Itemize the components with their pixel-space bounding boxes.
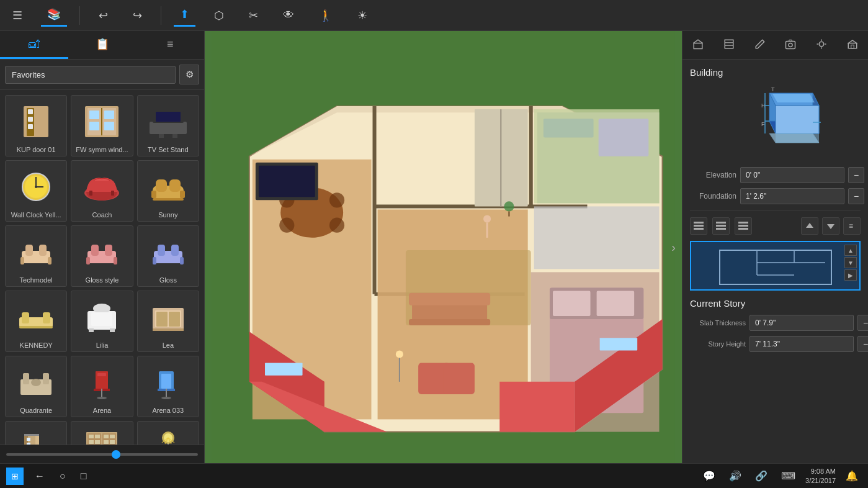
thumb-right-arrow[interactable]: ▶: [844, 269, 857, 281]
taskbar-keyboard-icon[interactable]: ⌨: [777, 468, 799, 484]
slab-decrease-button[interactable]: −: [857, 315, 868, 331]
select-icon[interactable]: ⬆: [174, 4, 195, 27]
list-item[interactable]: TV Set Stand: [137, 95, 199, 156]
sun-icon[interactable]: ☀: [351, 5, 374, 26]
svg-rect-2: [28, 109, 33, 114]
right-icon-camera[interactable]: [775, 31, 806, 59]
svg-point-122: [329, 192, 344, 207]
list-item[interactable]: Gloss style: [71, 225, 133, 287]
list-item[interactable]: Coach: [71, 160, 133, 222]
tab-furniture[interactable]: 🛋: [0, 31, 68, 59]
settings-gear-button[interactable]: ⚙: [179, 65, 199, 84]
svg-rect-62: [43, 373, 49, 384]
list-item[interactable]: bookshelf: [71, 421, 133, 445]
thumb-down-arrow[interactable]: ▼: [844, 257, 857, 268]
floor-thumb-arrows: ▲ ▼ ▶: [844, 245, 857, 281]
item-thumbnail: [143, 360, 193, 405]
svg-rect-88: [95, 440, 100, 444]
tab-templates[interactable]: 📋: [68, 31, 136, 59]
taskbar-volume-icon[interactable]: 🔊: [725, 468, 745, 484]
floor-down-icon[interactable]: [822, 217, 839, 235]
category-dropdown[interactable]: Favorites All Items Recent: [5, 66, 176, 84]
canvas-expand-arrow[interactable]: ›: [671, 240, 676, 255]
right-icon-building[interactable]: [682, 31, 714, 59]
svg-rect-138: [406, 250, 531, 325]
list-item[interactable]: Wall Clock Yell...: [5, 160, 67, 222]
taskbar-notifications-icon[interactable]: 🔔: [842, 468, 862, 484]
svg-rect-185: [716, 222, 726, 224]
svg-rect-61: [23, 373, 29, 384]
right-icon-exterior[interactable]: [837, 31, 868, 59]
item-label: FW symm wind...: [74, 146, 130, 153]
list-item[interactable]: Quadrante: [5, 356, 67, 417]
slab-thickness-input[interactable]: [749, 315, 854, 331]
svg-rect-83: [89, 435, 94, 438]
floor-add-icon[interactable]: ≡: [843, 217, 861, 235]
list-item[interactable]: KUP door 01: [5, 95, 67, 156]
walk-icon[interactable]: 🚶: [313, 5, 339, 26]
svg-point-67: [97, 397, 107, 399]
list-item[interactable]: chair: [5, 421, 67, 445]
svg-rect-47: [22, 312, 29, 323]
svg-rect-9: [104, 111, 114, 119]
svg-marker-181: [776, 133, 819, 143]
view-icon[interactable]: 👁: [277, 5, 300, 25]
list-item[interactable]: FW symm wind...: [71, 95, 133, 156]
floor-plan-thumbnail[interactable]: ▲ ▼ ▶: [690, 241, 861, 291]
svg-rect-189: [738, 225, 748, 227]
foundation-input[interactable]: [740, 188, 844, 204]
svg-rect-10: [89, 122, 99, 130]
taskbar-home-icon[interactable]: ○: [56, 469, 69, 484]
center-canvas[interactable]: ›: [205, 31, 682, 463]
story-height-label: Story Height: [690, 340, 746, 348]
mid-icon-1[interactable]: [690, 217, 707, 235]
svg-rect-28: [151, 191, 156, 198]
svg-rect-183: [694, 225, 704, 227]
list-item[interactable]: Gloss: [137, 225, 199, 287]
svg-text:T: T: [771, 86, 775, 93]
item-label: Coach: [74, 211, 130, 219]
list-item[interactable]: lamp: [137, 421, 199, 445]
elevation-input[interactable]: [740, 167, 844, 183]
mid-icon-2[interactable]: [712, 217, 730, 235]
svg-rect-190: [738, 228, 748, 230]
list-item[interactable]: Lea: [137, 291, 199, 352]
list-item[interactable]: Techmodel: [5, 225, 67, 287]
taskbar-multitask-icon[interactable]: □: [77, 469, 91, 484]
start-button[interactable]: ⊞: [6, 468, 24, 485]
item-label: Sunny: [140, 211, 196, 219]
item-thumbnail: [77, 99, 127, 144]
taskbar-back-icon[interactable]: ←: [31, 469, 48, 484]
menu-icon[interactable]: ☰: [6, 5, 29, 26]
right-icon-floor[interactable]: [714, 31, 745, 59]
thumb-up-arrow[interactable]: ▲: [844, 245, 857, 256]
floor-up-icon[interactable]: [801, 217, 818, 235]
height-decrease-button[interactable]: −: [857, 336, 868, 352]
svg-rect-37: [91, 245, 99, 256]
list-item[interactable]: Lilia: [71, 291, 133, 352]
slider-thumb[interactable]: [112, 450, 120, 459]
right-icon-sun[interactable]: [806, 31, 837, 59]
list-item[interactable]: Arena: [71, 356, 133, 417]
tab-list[interactable]: ≡: [136, 31, 204, 59]
redo-icon[interactable]: ↪: [127, 5, 148, 26]
library-icon[interactable]: 📚: [41, 4, 67, 27]
taskbar-chat-icon[interactable]: 💬: [699, 468, 719, 484]
story-height-row: Story Height − +: [690, 336, 861, 352]
list-item[interactable]: KENNEDY: [5, 291, 67, 352]
cut-icon[interactable]: ✂: [243, 5, 264, 26]
list-item[interactable]: Arena 033: [137, 356, 199, 417]
right-icon-edit[interactable]: [745, 31, 776, 59]
list-item[interactable]: Sunny: [137, 160, 199, 222]
item-thumbnail: [77, 230, 127, 274]
svg-point-72: [161, 397, 171, 399]
elevation-decrease-button[interactable]: −: [848, 167, 864, 183]
foundation-decrease-button[interactable]: −: [848, 188, 864, 204]
dropdown-bar: Favorites All Items Recent ⚙: [0, 60, 204, 90]
undo-icon[interactable]: ↩: [92, 5, 114, 26]
taskbar-network-icon[interactable]: 🔗: [751, 468, 771, 484]
story-height-input[interactable]: [749, 336, 854, 352]
mid-icon-3[interactable]: [735, 217, 752, 235]
svg-rect-40: [114, 257, 117, 264]
duplicate-icon[interactable]: ⬡: [208, 5, 230, 26]
